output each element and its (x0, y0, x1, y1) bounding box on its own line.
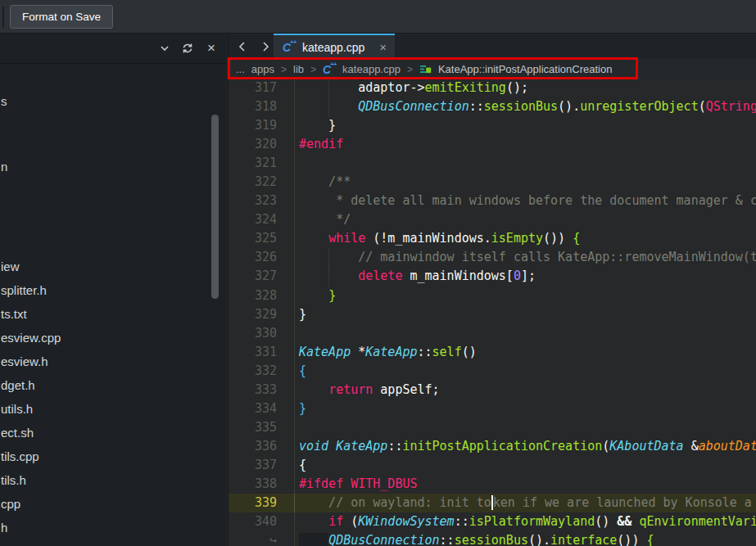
code-line[interactable]: 329} (229, 305, 756, 324)
code-text[interactable] (295, 324, 756, 343)
line-number[interactable]: 321 (229, 154, 295, 173)
code-text[interactable]: QDBusConnection::sessionBus().unregister… (295, 97, 756, 116)
code-text[interactable] (295, 418, 756, 437)
code-line[interactable]: 321 (229, 154, 756, 173)
code-line[interactable]: 328 } (229, 287, 756, 305)
line-number[interactable]: 327 (229, 267, 295, 286)
wrap-marker[interactable]: ↪ (229, 531, 295, 546)
code-line[interactable]: 332{ (229, 362, 756, 381)
line-number[interactable]: 326 (229, 248, 295, 267)
breadcrumb-segment[interactable]: ... (236, 63, 245, 75)
breadcrumb-segment[interactable]: KateApp::initPostApplicationCreation (438, 63, 612, 75)
code-line[interactable]: 320#endif (229, 135, 756, 154)
tree-item[interactable]: ect.sh (1, 426, 34, 440)
code-text[interactable]: /** (295, 173, 756, 192)
code-text[interactable]: while (!m_mainWindows.isEmpty()) { (295, 229, 756, 248)
tree-item[interactable]: tils.h (1, 473, 26, 487)
code-text[interactable]: // mainwindow itself calls KateApp::remo… (295, 248, 756, 267)
code-text[interactable]: #endif (295, 135, 756, 154)
tree-item[interactable]: ts.txt (1, 307, 27, 321)
code-line[interactable]: 323 * delete all main windows before the… (229, 192, 756, 210)
code-line[interactable]: 335 (229, 418, 756, 437)
tree-item[interactable]: utils.h (1, 402, 33, 416)
code-line[interactable]: 322 /** (229, 173, 756, 192)
code-line[interactable]: 336void KateApp::initPostApplicationCrea… (229, 437, 756, 456)
code-line[interactable]: 325 while (!m_mainWindows.isEmpty()) { (229, 229, 756, 248)
code-text[interactable]: KateApp *KateApp::self() (295, 343, 756, 362)
code-line[interactable]: 333 return appSelf; (229, 381, 756, 399)
line-number[interactable]: 324 (229, 210, 295, 229)
code-line-current[interactable]: 339 // on wayland: init token if we are … (229, 494, 756, 512)
breadcrumb-segment[interactable]: lib (293, 63, 304, 75)
line-number[interactable]: 332 (229, 362, 295, 381)
tree-item[interactable]: h (1, 521, 7, 535)
chevron-down-icon[interactable] (157, 41, 172, 56)
tree-item[interactable]: iew (1, 259, 20, 273)
line-number[interactable]: 329 (229, 305, 295, 324)
toolbar-drag-handle[interactable] (2, 7, 4, 28)
code-line[interactable]: 340 if (KWindowSystem::isPlatformWayland… (229, 512, 756, 531)
line-number[interactable]: 335 (229, 418, 295, 437)
code-text[interactable]: { (295, 456, 756, 475)
line-number[interactable]: 325 (229, 229, 295, 248)
line-number[interactable]: 317 (229, 79, 295, 97)
code-text[interactable]: } (295, 287, 756, 305)
code-text[interactable]: */ (295, 210, 756, 229)
tree-item[interactable]: dget.h (1, 378, 35, 392)
line-number[interactable]: 319 (229, 116, 295, 135)
line-number[interactable]: 336 (229, 437, 295, 456)
code-line[interactable]: 318 QDBusConnection::sessionBus().unregi… (229, 97, 756, 116)
code-lines[interactable]: 317 adaptor->emitExiting();318 QDBusConn… (229, 79, 756, 546)
tree-item[interactable]: tils.cpp (1, 449, 39, 463)
code-text[interactable]: { (295, 362, 756, 381)
line-number[interactable]: 323 (229, 192, 295, 210)
line-number[interactable]: 338 (229, 475, 295, 494)
code-line[interactable]: 330 (229, 324, 756, 343)
code-line[interactable]: ↪ QDBusConnection::sessionBus().interfac… (229, 531, 756, 546)
format-on-save-button[interactable]: Format on Save (10, 5, 113, 29)
code-text[interactable]: // on wayland: init token if we are laun… (295, 494, 756, 512)
code-text[interactable]: * delete all main windows before the doc… (295, 192, 756, 210)
code-line[interactable]: 334} (229, 399, 756, 418)
line-number[interactable]: 340 (229, 512, 295, 531)
sidebar-scrollbar-thumb[interactable] (211, 115, 219, 299)
code-text[interactable]: return appSelf; (295, 381, 756, 399)
close-panel-icon[interactable]: × (204, 41, 219, 56)
line-number[interactable]: 322 (229, 173, 295, 192)
line-number[interactable]: 339 (229, 494, 295, 512)
code-text[interactable] (295, 154, 756, 173)
breadcrumb-segment[interactable]: kateapp.cpp (342, 63, 401, 75)
code-text[interactable]: void KateApp::initPostApplicationCreatio… (295, 437, 756, 456)
tab-close-icon[interactable]: × (379, 41, 387, 53)
breadcrumb-segment[interactable]: apps (251, 63, 274, 75)
forward-icon[interactable] (258, 39, 273, 54)
tab-kateapp-cpp[interactable]: C ++ kateapp.cpp × (274, 34, 395, 59)
line-number[interactable]: 330 (229, 324, 295, 343)
code-line[interactable]: 317 adaptor->emitExiting(); (229, 79, 756, 97)
refresh-icon[interactable] (180, 41, 195, 56)
tree-item[interactable]: s (1, 94, 7, 108)
tree-item[interactable]: splitter.h (1, 283, 47, 297)
back-icon[interactable] (235, 39, 250, 54)
code-line[interactable]: 338#ifdef WITH_DBUS (229, 475, 756, 494)
code-text[interactable]: delete m_mainWindows[0]; (295, 267, 756, 286)
code-line[interactable]: 319 } (229, 116, 756, 135)
line-number[interactable]: 331 (229, 343, 295, 362)
tree-item[interactable]: esview.cpp (1, 331, 61, 345)
code-text[interactable]: #ifdef WITH_DBUS (295, 475, 756, 494)
code-line[interactable]: 331KateApp *KateApp::self() (229, 343, 756, 362)
code-text[interactable]: QDBusConnection::sessionBus().interface(… (295, 531, 756, 546)
code-line[interactable]: 327 delete m_mainWindows[0]; (229, 267, 756, 286)
tree-item[interactable]: cpp (1, 497, 20, 511)
line-number[interactable]: 337 (229, 456, 295, 475)
line-number[interactable]: 334 (229, 399, 295, 418)
code-text[interactable]: adaptor->emitExiting(); (295, 79, 756, 97)
code-text[interactable]: } (295, 399, 756, 418)
code-line[interactable]: 337{ (229, 456, 756, 475)
code-text[interactable]: } (295, 116, 756, 135)
code-text[interactable]: if (KWindowSystem::isPlatformWayland() &… (295, 512, 756, 531)
code-line[interactable]: 326 // mainwindow itself calls KateApp::… (229, 248, 756, 267)
tree-item[interactable]: esview.h (1, 354, 48, 368)
tree-item[interactable]: n (1, 160, 7, 174)
line-number[interactable]: 333 (229, 381, 295, 399)
